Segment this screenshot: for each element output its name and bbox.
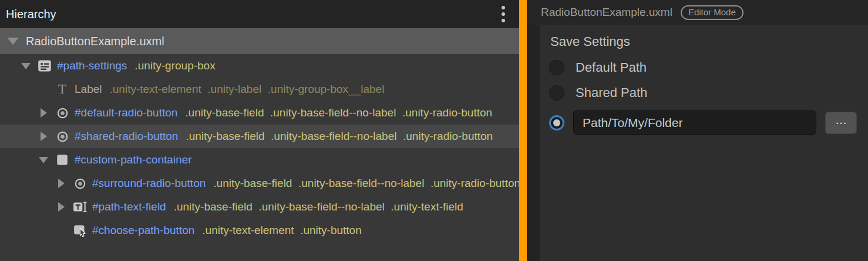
element-id: #default-radio-button [75,106,177,119]
preview-canvas: Save Settings Default Path Shared Path … [540,25,868,261]
button-icon [72,223,88,237]
hierarchy-header: Hierarchy [0,0,519,28]
path-input[interactable] [573,111,816,135]
radio-button-icon [55,106,70,120]
save-settings-heading: Save Settings [550,34,868,49]
element-id: #path-text-field [92,200,166,213]
element-type: Label [75,83,102,96]
element-id: #custom-path-container [75,153,192,166]
radio-row-shared-path[interactable]: Shared Path [549,85,868,101]
panel-divider[interactable] [519,0,527,261]
preview-panel: RadioButtonExample.uxml Editor Mode Save… [527,0,868,261]
tree-row-shared-radio-button[interactable]: #shared-radio-button .unity-base-field .… [0,125,519,148]
label-icon: T [55,82,70,96]
expander-down-icon[interactable] [36,157,51,163]
element-classes: .unity-base-field .unity-base-field--no-… [213,177,519,190]
root-document-label: RadioButtonExample.uxml [26,35,164,48]
tree-row-choose-path-button[interactable]: #choose-path-button .unity-text-element … [0,219,519,242]
unity-ui-builder-window: Hierarchy RadioButtonExample.uxml #path-… [0,0,868,261]
group-box-icon [37,59,52,73]
tree-row-root[interactable]: RadioButtonExample.uxml [0,28,519,54]
element-classes: .unity-base-field .unity-base-field--no-… [174,200,463,213]
preview-header: RadioButtonExample.uxml Editor Mode [527,0,868,25]
preview-title: RadioButtonExample.uxml [541,6,672,19]
element-id: #surround-radio-button [92,177,206,190]
element-classes: .unity-text-element .unity-button [202,224,361,237]
expander-right-icon[interactable] [54,202,68,212]
element-id: #shared-radio-button [75,130,178,143]
radio-row-custom-path[interactable]: … [549,111,868,135]
tree-row-label[interactable]: T Label .unity-text-element .unity-label… [0,78,519,101]
expander-down-icon[interactable] [19,63,33,69]
editor-mode-badge: Editor Mode [681,5,743,20]
visual-element-icon [55,153,70,167]
element-classes: .unity-base-field .unity-base-field--no-… [185,106,492,119]
hierarchy-title: Hierarchy [6,8,56,21]
tree-row-custom-path-container[interactable]: #custom-path-container [0,148,519,172]
element-classes: .unity-base-field .unity-base-field--no-… [186,130,493,143]
expander-down-icon[interactable] [7,38,19,45]
element-classes: .unity-text-element .unity-label .unity-… [110,83,385,96]
radio-label: Shared Path [576,85,647,101]
tree-row-path-text-field[interactable]: #path-text-field .unity-base-field .unit… [0,195,519,219]
tree-row-default-radio-button[interactable]: #default-radio-button .unity-base-field … [0,101,519,125]
radio-label: Default Path [576,60,647,75]
radio-unchecked-icon[interactable] [549,85,564,101]
hierarchy-tree: #path-settings .unity-group-box T Label … [0,54,519,261]
element-id: #path-settings [57,59,127,72]
expander-right-icon[interactable] [36,108,51,118]
radio-button-icon [72,176,88,190]
tree-row-surround-radio-button[interactable]: #surround-radio-button .unity-base-field… [0,172,519,195]
expander-right-icon[interactable] [54,179,68,188]
expander-right-icon[interactable] [36,132,51,141]
element-classes: .unity-group-box [134,59,215,72]
browse-button[interactable]: … [825,112,857,134]
hierarchy-panel: Hierarchy RadioButtonExample.uxml #path-… [0,0,519,261]
text-field-icon [72,200,88,214]
radio-checked-icon[interactable] [549,115,564,130]
kebab-menu-icon[interactable] [498,4,509,25]
radio-button-icon [55,129,70,143]
radio-row-default-path[interactable]: Default Path [549,60,868,75]
tree-row-path-settings[interactable]: #path-settings .unity-group-box [0,54,519,78]
element-id: #choose-path-button [92,224,194,237]
radio-unchecked-icon[interactable] [549,60,564,75]
